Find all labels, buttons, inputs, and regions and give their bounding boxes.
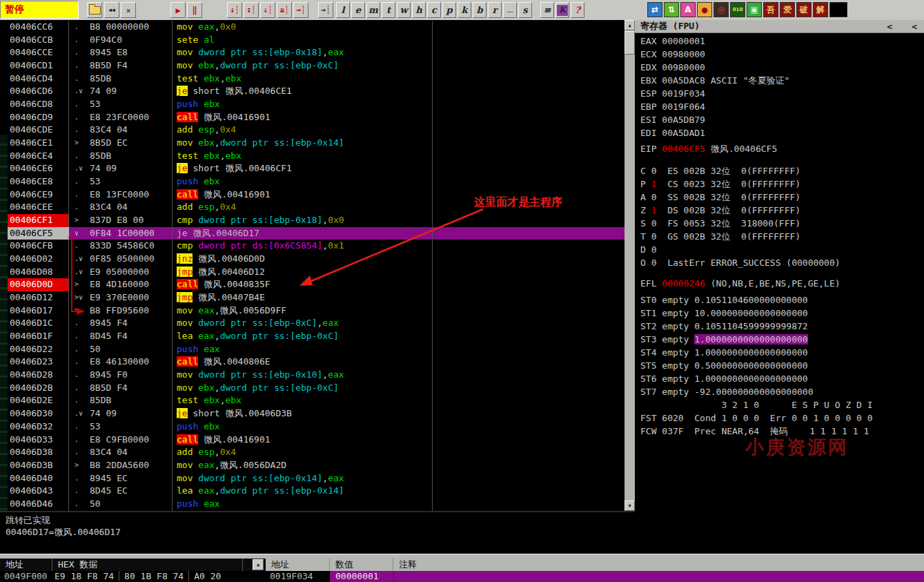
disasm-row[interactable]: 00406D38.83C4 04add esp,0x4 bbox=[8, 446, 625, 459]
disasm-row[interactable]: 00406D02.∨0F85 0500000jnz 微风.00406D0D bbox=[8, 253, 625, 266]
updown-icon[interactable]: ⇅ bbox=[664, 2, 679, 17]
disassembly-scrollbar[interactable]: ▲ ▼ bbox=[625, 20, 635, 511]
fst-line[interactable]: FST 6020 Cond 1 0 0 0 Err 0 0 1 0 0 0 0 … bbox=[640, 411, 873, 425]
disasm-row[interactable]: 00406D43.8D45 EClea eax,dword ptr ss:[eb… bbox=[8, 485, 625, 498]
wu-icon[interactable]: 吾 bbox=[763, 2, 778, 17]
tool-k-button[interactable]: k bbox=[458, 2, 471, 18]
tool-b-button[interactable]: b bbox=[473, 2, 486, 18]
tool-r-button[interactable]: r bbox=[488, 2, 502, 18]
window-icon[interactable]: ▣ bbox=[747, 2, 762, 17]
disasm-row[interactable]: 00406CD9.E8 23FC0000call 微风.00416901 bbox=[8, 111, 625, 124]
flag-s[interactable]: S 0 FS 0053 32位 318000(FFF) bbox=[640, 217, 800, 230]
disasm-row[interactable]: 00406CE8.53push ebx bbox=[8, 175, 625, 188]
register-st3[interactable]: ST3 empty 1.0000000000000000000 bbox=[640, 333, 808, 346]
disasm-row[interactable]: 00406D30.∨74 09je short 微风.00406D3B bbox=[8, 407, 625, 420]
pane-splitter[interactable] bbox=[0, 554, 924, 559]
registers-collapse-buttons[interactable]: << bbox=[887, 21, 924, 32]
tool-m-button[interactable]: m bbox=[366, 2, 380, 18]
tool-h-button[interactable]: h bbox=[412, 2, 426, 18]
register-ebp[interactable]: EBP 0019F064 bbox=[640, 100, 705, 113]
dump-hex-header[interactable]: HEX 数据 bbox=[52, 559, 243, 571]
register-st6[interactable]: ST6 empty 1.0000000000000000000 bbox=[640, 372, 808, 385]
disasm-row[interactable]: 00406CF1>837D E8 00cmp dword ptr ss:[ebp… bbox=[8, 214, 625, 227]
register-efl[interactable]: EFL 00000246 (NO,NB,E,BE,NS,PE,GE,LE) bbox=[640, 277, 841, 290]
register-esi[interactable]: ESI 00A5DB79 bbox=[640, 113, 705, 126]
flag-d[interactable]: D 0 bbox=[640, 243, 656, 256]
register-ecx[interactable]: ECX 00980000 bbox=[640, 48, 705, 61]
disasm-row[interactable]: 00406D40.8945 ECmov dword ptr ss:[ebp-0x… bbox=[8, 472, 625, 485]
tool-dots-button[interactable]: ... bbox=[503, 2, 517, 18]
tool-l-button[interactable]: l bbox=[336, 2, 350, 18]
disasm-row[interactable]: 00406D23.E8 46130000call 微风.0040806E bbox=[8, 356, 625, 369]
dump-scroll-up-icon[interactable]: ▲ bbox=[253, 559, 264, 570]
disasm-row[interactable]: 00406D2E.85DBtest ebx,ebx bbox=[8, 394, 625, 407]
binary-icon[interactable]: 010 bbox=[730, 2, 745, 17]
stack-value-header[interactable]: 数值 bbox=[330, 559, 393, 571]
tool-e-button[interactable]: e bbox=[351, 2, 365, 18]
tool-c-button[interactable]: c bbox=[427, 2, 441, 18]
flag-a[interactable]: A 0 SS 002B 32位 0(FFFFFFFF) bbox=[640, 191, 800, 204]
tool-s-button[interactable]: s bbox=[518, 2, 532, 18]
stack-data-row[interactable]: 0019F034 00000001 bbox=[266, 571, 924, 582]
disasm-row[interactable]: 00406CE1>8B5D ECmov ebx,dword ptr ss:[eb… bbox=[8, 137, 625, 150]
k-window-button[interactable]: K bbox=[556, 2, 569, 18]
disasm-row[interactable]: 00406CD4.85DBtest ebx,ebx bbox=[8, 72, 625, 86]
disasm-row[interactable]: 00406D0D>E8 4D160000call 微风.0040835F bbox=[8, 278, 625, 291]
disassembly-pane[interactable]: 00406CC6.B8 00000000mov eax,0x000406CCB.… bbox=[8, 20, 625, 511]
restart-button[interactable]: ◀◀ bbox=[104, 2, 119, 18]
disasm-row[interactable]: 00406CDE.83C4 04add esp,0x4 bbox=[8, 124, 625, 137]
disasm-row[interactable]: 00406D22.50push eax bbox=[8, 343, 625, 356]
disasm-row[interactable]: 00406CFB.833D 54586C0cmp dword ptr ds:[0… bbox=[8, 240, 625, 253]
stack-comment-header[interactable]: 注释 bbox=[393, 559, 924, 571]
flag-p[interactable]: P 1 CS 0023 32位 0(FFFFFFFF) bbox=[640, 177, 800, 191]
register-st7[interactable]: ST7 empty -92.000000000000000000 bbox=[640, 385, 813, 398]
dump-address-header[interactable]: 地址 bbox=[0, 559, 52, 571]
disasm-row[interactable]: 00406D1F.8D45 F4lea eax,dword ptr ss:[eb… bbox=[8, 330, 625, 343]
goto-button[interactable]: →┊ bbox=[318, 2, 333, 18]
trace-over-button[interactable]: ⇊┆ bbox=[277, 2, 292, 18]
dump-data-row[interactable]: 0049F000 E9 18 F8 7480 1B F8 74A0 20 bbox=[0, 571, 266, 582]
register-eax[interactable]: EAX 00000001 bbox=[640, 35, 705, 48]
step-into-button[interactable]: ↓┆ bbox=[227, 2, 242, 18]
disasm-row[interactable]: 00406CE6.∨74 09je short 微风.00406CF1 bbox=[8, 162, 625, 175]
step-over-button[interactable]: ↧┆ bbox=[244, 2, 259, 18]
register-st1[interactable]: ST1 empty 10.000000000000000000 bbox=[640, 307, 808, 320]
register-edi[interactable]: EDI 00A5DAD1 bbox=[640, 126, 705, 139]
collapse-icon[interactable]: < bbox=[912, 21, 917, 32]
analyze-a-icon[interactable]: A bbox=[680, 2, 696, 17]
disasm-row[interactable]: 00406CCE.8945 E8mov dword ptr ss:[ebp-0x… bbox=[8, 46, 625, 59]
scroll-up-icon[interactable]: ▲ bbox=[625, 20, 635, 30]
stack-pane[interactable]: 地址 数值 注释 0019F034 00000001 bbox=[266, 559, 924, 582]
pause-button[interactable]: ‖ bbox=[187, 2, 202, 18]
register-ebx[interactable]: EBX 00A5DAC8 ASCII "冬夏验证" bbox=[640, 74, 789, 87]
register-edx[interactable]: EDX 00980000 bbox=[640, 61, 705, 74]
disasm-row[interactable]: 00406CE4.85DBtest ebx,ebx bbox=[8, 150, 625, 163]
flag-z[interactable]: Z 1 DS 002B 32位 0(FFFFFFFF) bbox=[640, 204, 800, 217]
trace-into-button[interactable]: ⇓┆ bbox=[260, 2, 275, 18]
dot-icon[interactable]: ● bbox=[697, 2, 712, 17]
jie-icon[interactable]: 解 bbox=[813, 2, 828, 17]
help-button[interactable]: ? bbox=[571, 2, 584, 18]
collapse-icon[interactable]: < bbox=[887, 21, 892, 32]
open-file-button[interactable] bbox=[87, 2, 102, 18]
windows-list-button[interactable]: ≡ bbox=[540, 2, 554, 18]
flag-c[interactable]: C 0 ES 002B 32位 0(FFFFFFFF) bbox=[640, 164, 800, 177]
ai-icon[interactable]: 爱 bbox=[780, 2, 795, 17]
run-button[interactable]: ▶ bbox=[170, 2, 186, 18]
disasm-row[interactable]: 00406CF5∨0F84 1C00000je 微风.00406D17 bbox=[8, 227, 625, 240]
po-icon[interactable]: 破 bbox=[796, 2, 812, 17]
disasm-row[interactable]: 00406CCB.0F94C0sete al bbox=[8, 34, 625, 47]
scroll-down-icon[interactable]: ▼ bbox=[625, 501, 635, 511]
disasm-row[interactable]: 00406CD8.53push ebx bbox=[8, 98, 625, 111]
scrollbar-thumb[interactable] bbox=[625, 31, 635, 55]
register-st0[interactable]: ST0 empty 0.1051104600000000000 bbox=[640, 293, 808, 307]
memory-dump-pane[interactable]: 地址 HEX 数据 ▲ 0049F000 E9 18 F8 7480 1B F8… bbox=[0, 559, 266, 582]
disasm-row[interactable]: 00406D2B.8B5D F4mov ebx,dword ptr ss:[eb… bbox=[8, 382, 625, 395]
register-st4[interactable]: ST4 empty 1.0000000000000000000 bbox=[640, 346, 808, 359]
tool-w-button[interactable]: w bbox=[397, 2, 411, 18]
flag-o[interactable]: O 0 LastErr ERROR_SUCCESS (00000000) bbox=[640, 256, 841, 269]
register-st5[interactable]: ST5 empty 0.5000000000000000000 bbox=[640, 359, 808, 372]
disasm-row[interactable]: 00406D3B>B8 2DDA5600mov eax,微风.0056DA2D bbox=[8, 459, 625, 472]
disasm-row[interactable]: 00406D08.∨E9 05000000jmp 微风.00406D12 bbox=[8, 266, 625, 279]
disasm-row[interactable]: 00406D33.E8 C9FB0000call 微风.00416901 bbox=[8, 434, 625, 447]
